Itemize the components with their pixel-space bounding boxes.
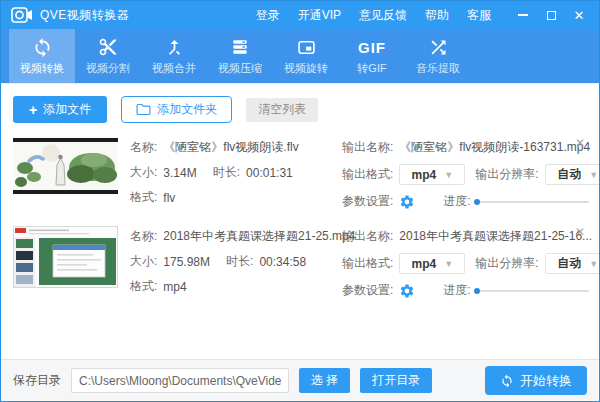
file-duration: 00:01:31 — [246, 166, 293, 180]
output-format-select[interactable]: mp4 ▼ — [399, 164, 465, 185]
file-duration: 00:34:58 — [259, 255, 306, 269]
format-label: 格式: — [130, 189, 157, 206]
progress-track[interactable] — [477, 290, 589, 292]
tab-label: 视频旋转 — [284, 61, 328, 76]
chevron-down-icon: ▼ — [444, 170, 453, 180]
duration-label: 时长: — [213, 164, 240, 181]
output-name-label: 输出名称: — [342, 139, 393, 156]
duration-label: 时长: — [226, 253, 253, 270]
tab-label: 视频分割 — [86, 61, 130, 76]
add-folder-label: 添加文件夹 — [157, 101, 217, 118]
tab-music-extract[interactable]: 音乐提取 — [405, 29, 471, 83]
tab-to-gif[interactable]: GIF 转GIF — [339, 29, 405, 83]
open-dir-label: 打开目录 — [372, 372, 420, 389]
progress-bar: 100% — [477, 195, 599, 209]
tab-video-convert[interactable]: 视频转换 — [9, 29, 75, 83]
output-format-select[interactable]: mp4 ▼ — [399, 253, 465, 274]
clear-list-label: 清空列表 — [258, 101, 306, 118]
save-dir-input[interactable] — [71, 368, 289, 393]
file-name: 2018年中考真题课选择题21-25.mp4 — [163, 228, 355, 245]
add-folder-button[interactable]: 添加文件夹 — [121, 96, 232, 123]
output-name: 2018年中考真题课选择题21-25-16... — [399, 228, 592, 245]
progress-label: 进度: — [443, 193, 470, 210]
save-dir-label: 保存目录 — [13, 372, 61, 389]
tab-video-rotate[interactable]: 视频旋转 — [273, 29, 339, 83]
chevron-down-icon: ▼ — [444, 259, 453, 269]
output-format-value: mp4 — [412, 168, 437, 182]
start-convert-button[interactable]: 开始转换 — [485, 366, 587, 395]
open-dir-button[interactable]: 打开目录 — [360, 368, 432, 393]
output-resolution-select[interactable]: 自动 ▼ — [545, 253, 599, 274]
output-resolution-select[interactable]: 自动 ▼ — [545, 164, 599, 185]
support-link[interactable]: 客服 — [467, 7, 491, 24]
vip-link[interactable]: 开通VIP — [298, 7, 341, 24]
tab-video-split[interactable]: 视频分割 — [75, 29, 141, 83]
tab-video-compress[interactable]: 视频压缩 — [207, 29, 273, 83]
shuffle-icon — [428, 36, 449, 58]
file-info: 名称: 2018年中考真题课选择题21-25.mp4 大小: 175.98M 时… — [130, 226, 342, 299]
gear-icon[interactable] — [399, 283, 415, 299]
gear-icon[interactable] — [399, 194, 415, 210]
file-info: 名称: 《陋室铭》flv视频朗读.flv 大小: 3.14M 时长: 00:01… — [130, 137, 342, 210]
content-area: + 添加文件 添加文件夹 清空列表 — [1, 83, 599, 359]
tab-label: 转GIF — [357, 61, 386, 76]
close-icon[interactable]: ✕ — [567, 4, 591, 26]
output-settings: 输出名称: 2018年中考真题课选择题21-25-16... 输出格式: mp4… — [342, 226, 599, 299]
window-controls: ✕ — [511, 4, 591, 26]
footer-bar: 保存目录 选 择 打开目录 开始转换 — [1, 359, 599, 401]
rotate-icon — [296, 36, 317, 58]
folder-icon — [136, 103, 151, 116]
start-convert-label: 开始转换 — [520, 372, 572, 390]
size-label: 大小: — [130, 164, 157, 181]
output-format-label: 输出格式: — [342, 166, 393, 183]
progress-bar: 62% — [477, 284, 599, 298]
tab-video-merge[interactable]: 视频合并 — [141, 29, 207, 83]
name-label: 名称: — [130, 228, 157, 245]
maximize-icon[interactable] — [539, 4, 563, 26]
file-row: 名称: 《陋室铭》flv视频朗读.flv 大小: 3.14M 时长: 00:01… — [1, 131, 599, 220]
output-format-value: mp4 — [412, 257, 437, 271]
compress-icon — [230, 36, 250, 58]
add-file-label: 添加文件 — [43, 101, 91, 118]
remove-file-icon[interactable]: ✕ — [575, 137, 585, 149]
tab-label: 音乐提取 — [416, 61, 460, 76]
output-resolution-label: 输出分辨率: — [475, 166, 538, 183]
actions-bar: + 添加文件 添加文件夹 清空列表 — [1, 84, 599, 131]
params-label: 参数设置: — [342, 193, 393, 210]
plus-icon: + — [29, 103, 37, 117]
titlebar-links: 登录 开通VIP 意见反馈 帮助 客服 — [256, 7, 491, 24]
tab-label: 视频转换 — [20, 61, 64, 76]
remove-file-icon[interactable]: ✕ — [575, 226, 585, 238]
clear-list-button[interactable]: 清空列表 — [246, 98, 318, 122]
choose-dir-button[interactable]: 选 择 — [299, 368, 350, 393]
progress-track[interactable] — [477, 201, 589, 203]
sync-icon — [500, 374, 514, 388]
login-link[interactable]: 登录 — [256, 7, 280, 24]
minimize-icon[interactable] — [511, 4, 535, 26]
tab-label: 视频合并 — [152, 61, 196, 76]
params-label: 参数设置: — [342, 282, 393, 299]
video-thumbnail[interactable] — [13, 226, 118, 299]
file-format: mp4 — [163, 280, 186, 294]
app-window: QVE视频转换器 登录 开通VIP 意见反馈 帮助 客服 ✕ 视频转换 视频分割 — [0, 0, 600, 402]
chevron-down-icon: ▼ — [589, 259, 598, 269]
feedback-link[interactable]: 意见反馈 — [359, 7, 407, 24]
name-label: 名称: — [130, 139, 157, 156]
file-format: flv — [163, 191, 175, 205]
output-name-label: 输出名称: — [342, 228, 393, 245]
output-resolution-value: 自动 — [557, 166, 581, 183]
video-thumbnail[interactable] — [13, 137, 118, 210]
sync-icon — [32, 36, 53, 58]
chevron-down-icon: ▼ — [589, 170, 598, 180]
titlebar: QVE视频转换器 登录 开通VIP 意见反馈 帮助 客服 ✕ — [1, 1, 599, 29]
output-name: 《陋室铭》flv视频朗读-163731.mp4 — [399, 139, 590, 156]
app-title: QVE视频转换器 — [40, 7, 129, 24]
file-name: 《陋室铭》flv视频朗读.flv — [163, 139, 298, 156]
scissors-icon — [98, 36, 118, 58]
output-settings: 输出名称: 《陋室铭》flv视频朗读-163731.mp4 输出格式: mp4 … — [342, 137, 599, 210]
help-link[interactable]: 帮助 — [425, 7, 449, 24]
file-row: 名称: 2018年中考真题课选择题21-25.mp4 大小: 175.98M 时… — [1, 220, 599, 309]
file-size: 3.14M — [163, 166, 196, 180]
format-label: 格式: — [130, 278, 157, 295]
add-file-button[interactable]: + 添加文件 — [13, 96, 107, 123]
